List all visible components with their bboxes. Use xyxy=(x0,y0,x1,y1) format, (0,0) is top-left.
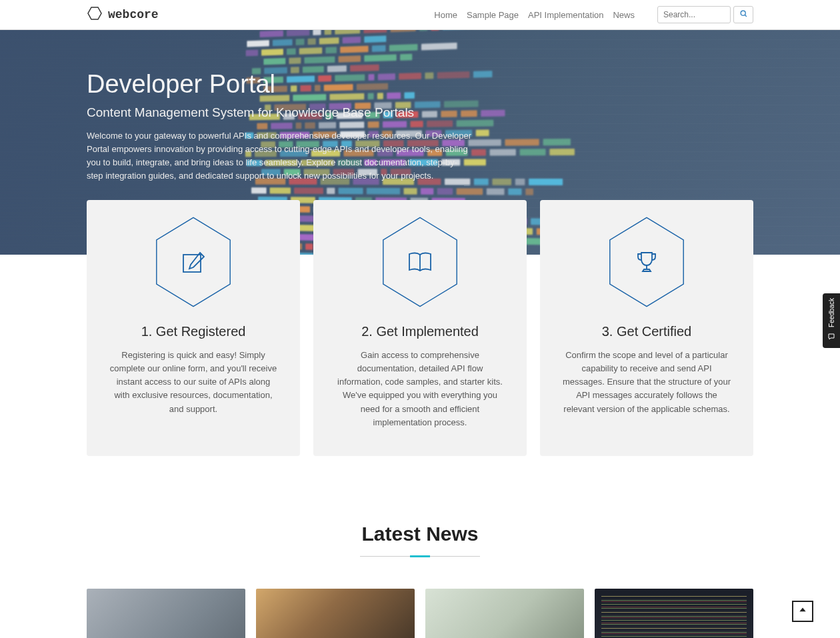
hero-subtitle: Content Management System for Knowledge … xyxy=(87,105,753,120)
nav-home[interactable]: Home xyxy=(434,10,457,20)
hexagon-logo-icon xyxy=(87,5,103,24)
card-get-registered[interactable]: 1. Get Registered Registering is quick a… xyxy=(87,200,300,456)
nav-sample-page[interactable]: Sample Page xyxy=(467,10,519,20)
hexagon-frame xyxy=(153,216,233,308)
card-title: 1. Get Registered xyxy=(108,324,279,339)
pencil-note-icon xyxy=(180,249,207,275)
news-card[interactable] xyxy=(425,589,584,638)
search-form xyxy=(657,6,753,23)
feedback-tab[interactable]: Feedback xyxy=(823,293,840,348)
news-heading: Latest News xyxy=(87,523,753,545)
news-grid xyxy=(87,589,753,638)
feedback-label: Feedback xyxy=(828,298,835,327)
svg-line-2 xyxy=(745,15,747,17)
heading-underline xyxy=(360,556,480,557)
search-input[interactable] xyxy=(657,6,731,23)
svg-point-1 xyxy=(741,11,745,15)
chat-icon xyxy=(827,331,835,343)
card-get-certified[interactable]: 3. Get Certified Confirm the scope and l… xyxy=(540,200,753,456)
news-card[interactable] xyxy=(87,589,245,638)
hexagon-frame xyxy=(380,216,460,308)
search-icon xyxy=(739,9,748,20)
news-card[interactable] xyxy=(256,589,415,638)
svg-marker-9 xyxy=(799,608,805,612)
card-body: Confirm the scope and level of a particu… xyxy=(561,349,732,416)
card-body: Registering is quick and easy! Simply co… xyxy=(108,349,279,416)
nav-api-implementation[interactable]: API Implementation xyxy=(528,10,603,20)
card-body: Gain access to comprehensive documentati… xyxy=(335,349,505,429)
card-get-implemented[interactable]: 2. Get Implemented Gain access to compre… xyxy=(313,200,527,456)
site-header: webcore Home Sample Page API Implementat… xyxy=(0,0,840,30)
trophy-icon xyxy=(633,249,660,275)
steps-cards: 1. Get Registered Registering is quick a… xyxy=(87,200,753,509)
card-title: 3. Get Certified xyxy=(561,324,732,339)
brand-name: webcore xyxy=(108,8,159,21)
hero-title: Developer Portal xyxy=(87,70,753,99)
book-icon xyxy=(407,249,433,275)
latest-news-section: Latest News xyxy=(87,509,753,638)
primary-nav: Home Sample Page API Implementation News xyxy=(434,6,753,23)
arrow-up-icon xyxy=(798,605,807,617)
brand-logo[interactable]: webcore xyxy=(87,5,159,24)
svg-marker-0 xyxy=(88,7,101,19)
news-card[interactable] xyxy=(595,589,753,638)
nav-news[interactable]: News xyxy=(613,10,635,20)
search-button[interactable] xyxy=(733,6,753,23)
hexagon-frame xyxy=(607,216,687,308)
hero-body: Welcome to your gateway to powerful APIs… xyxy=(87,129,473,183)
card-title: 2. Get Implemented xyxy=(335,324,505,339)
scroll-to-top-button[interactable] xyxy=(792,601,813,622)
